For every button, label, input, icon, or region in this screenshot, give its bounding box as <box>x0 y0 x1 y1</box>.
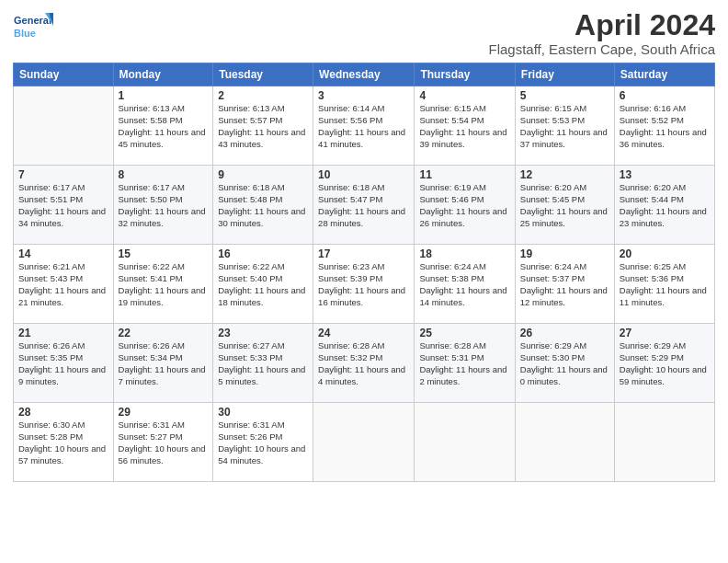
day-number: 13 <box>620 168 710 181</box>
day-number: 1 <box>119 89 209 102</box>
day-info: Sunrise: 6:17 AM Sunset: 5:51 PM Dayligh… <box>18 182 108 229</box>
calendar-day-cell: 27 Sunrise: 6:29 AM Sunset: 5:29 PM Dayl… <box>614 324 714 403</box>
day-info: Sunrise: 6:18 AM Sunset: 5:47 PM Dayligh… <box>318 182 409 229</box>
calendar-day-cell: 4 Sunrise: 6:15 AM Sunset: 5:54 PM Dayli… <box>415 86 515 166</box>
day-info: Sunrise: 6:20 AM Sunset: 5:45 PM Dayligh… <box>520 182 609 229</box>
calendar-day-cell: 10 Sunrise: 6:18 AM Sunset: 5:47 PM Dayl… <box>313 166 415 245</box>
day-number: 6 <box>620 89 710 102</box>
day-number: 18 <box>419 247 509 260</box>
calendar-day-cell: 29 Sunrise: 6:31 AM Sunset: 5:27 PM Dayl… <box>113 403 213 482</box>
day-number: 25 <box>419 327 509 339</box>
calendar-day-cell: 25 Sunrise: 6:28 AM Sunset: 5:31 PM Dayl… <box>415 324 515 403</box>
weekday-header: Saturday <box>614 63 714 86</box>
day-info: Sunrise: 6:27 AM Sunset: 5:33 PM Dayligh… <box>218 340 308 387</box>
day-number: 19 <box>520 247 609 260</box>
day-info: Sunrise: 6:26 AM Sunset: 5:35 PM Dayligh… <box>18 340 108 387</box>
day-number: 26 <box>520 327 609 339</box>
calendar-day-cell: 14 Sunrise: 6:21 AM Sunset: 5:43 PM Dayl… <box>14 245 114 324</box>
weekday-header: Friday <box>515 63 614 86</box>
day-info: Sunrise: 6:30 AM Sunset: 5:28 PM Dayligh… <box>18 419 108 466</box>
header: General Blue April 2024 Flagstaff, Easte… <box>13 9 715 57</box>
day-info: Sunrise: 6:23 AM Sunset: 5:39 PM Dayligh… <box>318 261 409 308</box>
svg-text:Blue: Blue <box>14 28 36 39</box>
weekday-header: Wednesday <box>313 63 415 86</box>
weekday-header: Sunday <box>14 63 114 86</box>
weekday-header: Thursday <box>415 63 515 86</box>
logo: General Blue <box>13 9 53 46</box>
calendar-day-cell: 6 Sunrise: 6:16 AM Sunset: 5:52 PM Dayli… <box>614 86 714 166</box>
day-info: Sunrise: 6:17 AM Sunset: 5:50 PM Dayligh… <box>119 182 209 229</box>
day-number: 4 <box>419 89 509 102</box>
calendar-day-cell: 23 Sunrise: 6:27 AM Sunset: 5:33 PM Dayl… <box>213 324 313 403</box>
day-info: Sunrise: 6:31 AM Sunset: 5:27 PM Dayligh… <box>119 419 209 466</box>
calendar-week-row: 21 Sunrise: 6:26 AM Sunset: 5:35 PM Dayl… <box>14 324 715 403</box>
day-number: 28 <box>18 406 108 419</box>
calendar-day-cell: 19 Sunrise: 6:24 AM Sunset: 5:37 PM Dayl… <box>515 245 614 324</box>
svg-text:General: General <box>14 15 51 26</box>
day-number: 8 <box>119 168 209 181</box>
calendar-week-row: 14 Sunrise: 6:21 AM Sunset: 5:43 PM Dayl… <box>14 245 715 324</box>
calendar-day-cell: 26 Sunrise: 6:29 AM Sunset: 5:30 PM Dayl… <box>515 324 614 403</box>
day-info: Sunrise: 6:20 AM Sunset: 5:44 PM Dayligh… <box>620 182 710 229</box>
day-info: Sunrise: 6:13 AM Sunset: 5:58 PM Dayligh… <box>119 103 209 150</box>
calendar-day-cell: 1 Sunrise: 6:13 AM Sunset: 5:58 PM Dayli… <box>113 86 213 166</box>
calendar-day-cell: 20 Sunrise: 6:25 AM Sunset: 5:36 PM Dayl… <box>614 245 714 324</box>
sub-title: Flagstaff, Eastern Cape, South Africa <box>488 41 715 57</box>
day-info: Sunrise: 6:29 AM Sunset: 5:29 PM Dayligh… <box>620 340 710 387</box>
calendar-day-cell: 21 Sunrise: 6:26 AM Sunset: 5:35 PM Dayl… <box>14 324 114 403</box>
calendar-day-cell: 9 Sunrise: 6:18 AM Sunset: 5:48 PM Dayli… <box>213 166 313 245</box>
calendar-day-cell: 13 Sunrise: 6:20 AM Sunset: 5:44 PM Dayl… <box>614 166 714 245</box>
day-number: 22 <box>119 327 209 339</box>
day-number: 5 <box>520 89 609 102</box>
main-title: April 2024 <box>488 9 715 41</box>
calendar-day-cell: 2 Sunrise: 6:13 AM Sunset: 5:57 PM Dayli… <box>213 86 313 166</box>
calendar-week-row: 7 Sunrise: 6:17 AM Sunset: 5:51 PM Dayli… <box>14 166 715 245</box>
calendar-day-cell: 22 Sunrise: 6:26 AM Sunset: 5:34 PM Dayl… <box>113 324 213 403</box>
day-info: Sunrise: 6:13 AM Sunset: 5:57 PM Dayligh… <box>218 103 308 150</box>
calendar-day-cell: 24 Sunrise: 6:28 AM Sunset: 5:32 PM Dayl… <box>313 324 415 403</box>
day-info: Sunrise: 6:16 AM Sunset: 5:52 PM Dayligh… <box>620 103 710 150</box>
day-info: Sunrise: 6:15 AM Sunset: 5:54 PM Dayligh… <box>419 103 509 150</box>
calendar-day-cell: 17 Sunrise: 6:23 AM Sunset: 5:39 PM Dayl… <box>313 245 415 324</box>
calendar-header-row: SundayMondayTuesdayWednesdayThursdayFrid… <box>14 63 715 86</box>
day-info: Sunrise: 6:15 AM Sunset: 5:53 PM Dayligh… <box>520 103 609 150</box>
day-number: 30 <box>218 406 308 419</box>
calendar-week-row: 28 Sunrise: 6:30 AM Sunset: 5:28 PM Dayl… <box>14 403 715 482</box>
day-info: Sunrise: 6:21 AM Sunset: 5:43 PM Dayligh… <box>18 261 108 308</box>
page: General Blue April 2024 Flagstaff, Easte… <box>0 0 728 563</box>
day-info: Sunrise: 6:19 AM Sunset: 5:46 PM Dayligh… <box>419 182 509 229</box>
day-info: Sunrise: 6:24 AM Sunset: 5:37 PM Dayligh… <box>520 261 609 308</box>
day-number: 12 <box>520 168 609 181</box>
day-info: Sunrise: 6:22 AM Sunset: 5:40 PM Dayligh… <box>218 261 308 308</box>
day-info: Sunrise: 6:28 AM Sunset: 5:31 PM Dayligh… <box>419 340 509 387</box>
logo-svg: General Blue <box>13 9 53 46</box>
day-info: Sunrise: 6:25 AM Sunset: 5:36 PM Dayligh… <box>620 261 710 308</box>
day-number: 10 <box>318 168 409 181</box>
day-number: 20 <box>620 247 710 260</box>
day-number: 3 <box>318 89 409 102</box>
calendar-day-cell: 28 Sunrise: 6:30 AM Sunset: 5:28 PM Dayl… <box>14 403 114 482</box>
calendar-table: SundayMondayTuesdayWednesdayThursdayFrid… <box>13 63 715 482</box>
weekday-header: Monday <box>113 63 213 86</box>
day-info: Sunrise: 6:24 AM Sunset: 5:38 PM Dayligh… <box>419 261 509 308</box>
title-block: April 2024 Flagstaff, Eastern Cape, Sout… <box>488 9 715 57</box>
calendar-day-cell: 12 Sunrise: 6:20 AM Sunset: 5:45 PM Dayl… <box>515 166 614 245</box>
day-number: 23 <box>218 327 308 339</box>
calendar-day-cell <box>14 86 114 166</box>
day-number: 9 <box>218 168 308 181</box>
day-info: Sunrise: 6:28 AM Sunset: 5:32 PM Dayligh… <box>318 340 409 387</box>
calendar-day-cell <box>313 403 415 482</box>
day-info: Sunrise: 6:22 AM Sunset: 5:41 PM Dayligh… <box>119 261 209 308</box>
calendar-day-cell: 18 Sunrise: 6:24 AM Sunset: 5:38 PM Dayl… <box>415 245 515 324</box>
calendar-day-cell: 8 Sunrise: 6:17 AM Sunset: 5:50 PM Dayli… <box>113 166 213 245</box>
day-number: 16 <box>218 247 308 260</box>
day-number: 24 <box>318 327 409 339</box>
calendar-day-cell <box>515 403 614 482</box>
calendar-day-cell: 15 Sunrise: 6:22 AM Sunset: 5:41 PM Dayl… <box>113 245 213 324</box>
day-info: Sunrise: 6:31 AM Sunset: 5:26 PM Dayligh… <box>218 419 308 466</box>
calendar-week-row: 1 Sunrise: 6:13 AM Sunset: 5:58 PM Dayli… <box>14 86 715 166</box>
day-number: 27 <box>620 327 710 339</box>
day-number: 21 <box>18 327 108 339</box>
day-number: 29 <box>119 406 209 419</box>
calendar-day-cell: 30 Sunrise: 6:31 AM Sunset: 5:26 PM Dayl… <box>213 403 313 482</box>
